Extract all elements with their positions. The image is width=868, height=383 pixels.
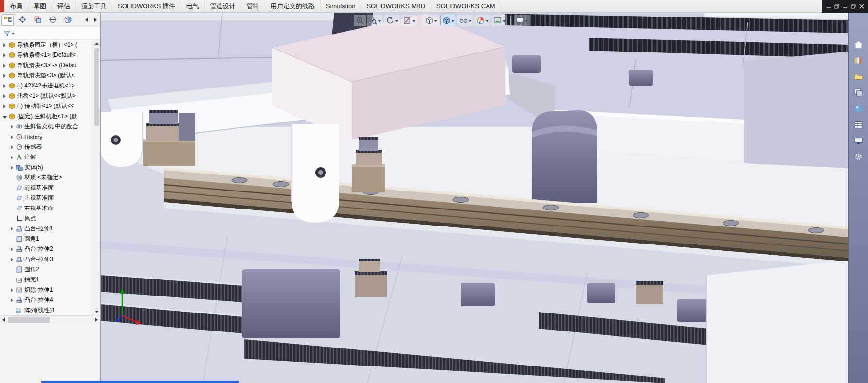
slate-block[interactable] [587, 283, 615, 303]
settings-button[interactable] [851, 150, 865, 163]
dimxpertmanager-tab[interactable] [47, 14, 59, 26]
expand-arrow[interactable] [1, 94, 8, 98]
model-3d-scene[interactable] [101, 13, 848, 383]
tree-item[interactable]: 抽壳1 [0, 275, 100, 285]
vertical-scroll-thumb[interactable] [94, 48, 99, 126]
menu-tab[interactable]: 渲染工具 [76, 0, 112, 12]
tan-block[interactable] [636, 281, 663, 304]
hide-show-items-button[interactable] [457, 15, 473, 26]
right-bottom-plate[interactable] [706, 261, 848, 383]
tree-item[interactable]: 导轨滑块垫<3> (默认< [0, 70, 100, 81]
configurationmanager-tab[interactable] [32, 14, 44, 26]
tree-item[interactable]: 注解 [0, 152, 100, 162]
expand-arrow[interactable] [1, 115, 8, 119]
scroll-left-button[interactable] [0, 316, 7, 323]
tree-item[interactable]: History [0, 132, 100, 142]
doc-minimize-button[interactable] [826, 4, 831, 9]
tree-item[interactable]: 圆角2 [0, 264, 100, 275]
tree-item[interactable]: 凸台-拉伸3 [0, 254, 100, 264]
custom-properties-button[interactable] [851, 118, 865, 131]
scroll-up-button[interactable] [93, 40, 100, 47]
zoom-to-area-button[interactable] [367, 15, 383, 26]
apply-scene-button[interactable] [491, 15, 507, 26]
expand-arrow[interactable] [1, 74, 8, 78]
tree-item[interactable]: 导轨滑块<3> -> (Defau [0, 60, 100, 70]
menu-tab[interactable]: 布局 [4, 0, 28, 12]
tree-item[interactable]: 凸台-拉伸1 [0, 224, 100, 234]
tree-filter-row[interactable] [0, 27, 100, 40]
app-close-button[interactable] [859, 4, 864, 9]
horizontal-scroll-track[interactable] [7, 317, 93, 323]
zoom-to-fit-button[interactable] [354, 15, 366, 26]
display-style-button[interactable] [440, 15, 456, 26]
horizontal-scroll-thumb[interactable] [8, 317, 50, 323]
tree-item[interactable]: 凸台-拉伸2 [0, 244, 100, 254]
panel-tabs-scroll-left[interactable] [83, 15, 90, 25]
tree-item[interactable]: (-) 42X42步进电机<1> [0, 81, 100, 91]
expand-arrow[interactable] [1, 104, 8, 108]
tree-item[interactable]: 右视基准面 [0, 203, 100, 213]
design-library-button[interactable] [851, 54, 865, 67]
graphics-viewport[interactable] [101, 13, 848, 383]
view-palette-button[interactable] [851, 86, 865, 99]
previous-view-button[interactable] [384, 15, 400, 26]
menu-tab[interactable]: SOLIDWORKS MBD [361, 0, 431, 12]
tree-item[interactable]: 阵列(线性)1 [0, 305, 100, 315]
menu-tab[interactable]: 电气 [181, 0, 205, 12]
featuremanager-tab[interactable] [1, 14, 14, 26]
edit-appearance-button[interactable] [474, 15, 490, 26]
expand-arrow[interactable] [9, 288, 15, 292]
expand-arrow[interactable] [1, 64, 8, 68]
doc-restore-button[interactable] [834, 4, 839, 9]
section-view-button[interactable] [401, 15, 417, 26]
clevis-post-center[interactable] [292, 124, 339, 223]
slate-post[interactable] [532, 110, 597, 203]
menu-tab[interactable]: 管筒 [241, 0, 265, 12]
scroll-right-button[interactable] [93, 316, 100, 323]
menu-tab[interactable]: SOLIDWORKS 插件 [112, 0, 181, 12]
menu-tab[interactable]: 用户定义的线路 [265, 0, 321, 12]
expand-arrow[interactable] [9, 145, 15, 149]
app-minimize-button[interactable] [842, 4, 848, 9]
expand-arrow[interactable] [9, 166, 15, 170]
panel-tabs-scroll-right[interactable] [92, 15, 99, 25]
menu-tab[interactable]: 管道设计 [205, 0, 241, 12]
slate-block[interactable] [461, 283, 495, 306]
menu-tab[interactable]: Simulation [321, 0, 362, 12]
tree-item[interactable]: 托盘<1> (默认<<默认> [0, 91, 100, 101]
expand-arrow[interactable] [1, 43, 8, 47]
tree-item[interactable]: (固定) 生鲜机柜<1> (默 [0, 111, 100, 122]
menu-tab[interactable]: 草图 [28, 0, 52, 12]
clamp-block[interactable] [512, 55, 541, 73]
tree-item[interactable]: 导轨条固定（横）<1> ( [0, 40, 100, 50]
scroll-down-button[interactable] [93, 308, 100, 315]
expand-arrow[interactable] [9, 247, 15, 251]
tree-item[interactable]: 切除-拉伸1 [0, 285, 100, 295]
expand-arrow[interactable] [9, 135, 15, 139]
tree-item[interactable]: 传感器 [0, 142, 100, 152]
expand-arrow[interactable] [1, 84, 8, 88]
tree-item[interactable]: 生鲜售卖机 中的配合 [0, 122, 100, 132]
far-right-slab[interactable] [744, 52, 848, 168]
menu-tab[interactable]: 评估 [52, 0, 76, 12]
expand-arrow[interactable] [9, 125, 15, 129]
tree-item[interactable]: 上视基准面 [0, 193, 100, 203]
clamp-block[interactable] [629, 70, 653, 86]
tree-item[interactable]: 圆角1 [0, 234, 100, 244]
expand-arrow[interactable] [9, 227, 15, 231]
tree-item[interactable]: 导轨条横<1> (Default< [0, 50, 100, 60]
tree-item[interactable]: 前视基准面 [0, 183, 100, 193]
expand-arrow[interactable] [1, 53, 8, 57]
tree-item[interactable]: 凸台-拉伸4 [0, 295, 100, 305]
tree-item[interactable]: (-) 传动带<1> (默认<< [0, 101, 100, 111]
view-settings-button[interactable] [514, 15, 530, 26]
displaymanager-tab[interactable] [62, 14, 74, 26]
expand-arrow[interactable] [9, 258, 15, 261]
view-orientation-button[interactable] [423, 15, 439, 26]
appearances-button[interactable] [851, 102, 865, 115]
bearing-block-left[interactable] [143, 110, 195, 166]
app-restore-button[interactable] [850, 4, 856, 9]
slate-block[interactable] [677, 299, 708, 322]
clevis-post-left[interactable] [101, 112, 142, 167]
slate-block[interactable] [242, 269, 340, 338]
